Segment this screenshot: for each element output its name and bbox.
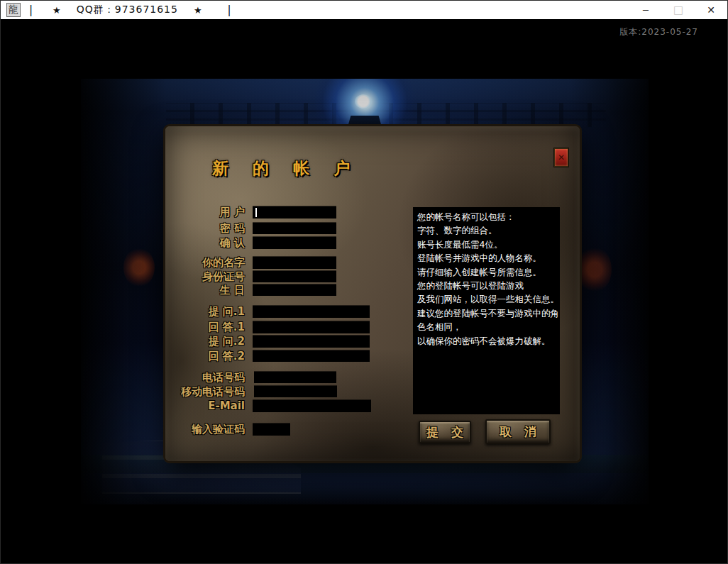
question2-label: 提 问.2 (209, 335, 245, 348)
phone-input[interactable] (254, 372, 336, 383)
answer1-input[interactable] (253, 321, 370, 333)
captcha-label: 输入验证码 (192, 423, 245, 436)
birthday-input[interactable] (253, 284, 336, 296)
question1-input[interactable] (253, 306, 370, 318)
account-label: 用 户 (220, 206, 245, 219)
confirm-password-input[interactable] (253, 237, 336, 249)
titlebar-separator-left: | (29, 4, 33, 16)
window-close-button[interactable]: ✕ (695, 1, 727, 19)
maximize-button[interactable]: □ (662, 1, 695, 19)
answer1-label: 回 答.1 (209, 321, 245, 333)
info-line: 字符、数字的组合。 (417, 223, 556, 237)
info-line: 登陆帐号并游戏中的人物名称。 (417, 251, 556, 265)
account-input[interactable] (253, 206, 336, 219)
info-line: 及我们网站，以取得一些相关信息。 (417, 292, 556, 306)
password-input[interactable] (253, 223, 336, 234)
titlebar-separator-right: | (228, 4, 231, 16)
answer2-input[interactable] (253, 350, 370, 362)
app-window: 龍 | ★ QQ群：973671615 ★ | ─ □ ✕ 版本:2023-05… (0, 0, 728, 564)
dialog-close-button[interactable]: ✕ (554, 148, 568, 167)
info-line: 建议您的登陆帐号不要与游戏中的角 (417, 306, 556, 320)
info-line: 以确保你的密码不会被爆力破解。 (417, 334, 556, 348)
qq-group-label: QQ群：973671615 (77, 4, 178, 16)
email-input[interactable] (253, 400, 371, 412)
info-line: 请仔细输入创建帐号所需信息。 (417, 265, 556, 279)
minimize-button[interactable]: ─ (629, 1, 662, 19)
game-viewport: 新 的 帐 户 ✕ 用 户 密 码 确 认 你的名字 身份证号 生 日 提 问.… (81, 79, 649, 504)
id-number-input[interactable] (253, 271, 336, 282)
mobile-phone-input[interactable] (254, 386, 337, 397)
name-input[interactable] (253, 257, 336, 269)
birthday-label: 生 日 (220, 284, 245, 297)
star-icon-right: ★ (194, 5, 202, 16)
info-line: 色名相同， (417, 320, 556, 333)
submit-button[interactable]: 提 交 (419, 421, 471, 443)
app-icon: 龍 (6, 3, 21, 17)
info-line: 您的登陆帐号可以登陆游戏 (417, 279, 556, 292)
titlebar: 龍 | ★ QQ群：973671615 ★ | ─ □ ✕ (1, 1, 727, 19)
info-line: 您的帐号名称可以包括： (417, 210, 556, 223)
new-account-dialog: 新 的 帐 户 ✕ 用 户 密 码 确 认 你的名字 身份证号 生 日 提 问.… (163, 124, 582, 463)
confirm-label: 确 认 (220, 236, 245, 249)
star-icon-left: ★ (53, 5, 61, 16)
dialog-title: 新 的 帐 户 (212, 157, 359, 179)
name-label: 你的名字 (202, 256, 245, 269)
account-info-panel: 您的帐号名称可以包括： 字符、数字的组合。 账号长度最低需4位。 登陆帐号并游戏… (413, 207, 560, 414)
version-label: 版本:2023-05-27 (619, 26, 698, 38)
info-line: 账号长度最低需4位。 (417, 238, 556, 251)
captcha-input[interactable] (253, 424, 290, 436)
mobile-phone-label: 移动电话号码 (181, 385, 245, 398)
phone-label: 电话号码 (202, 371, 245, 384)
id-number-label: 身份证号 (202, 270, 245, 283)
question1-label: 提 问.1 (209, 305, 245, 318)
email-label: E-Mail (208, 399, 245, 412)
password-label: 密 码 (220, 222, 245, 235)
text-caret (255, 208, 257, 217)
question2-input[interactable] (253, 336, 370, 348)
answer2-label: 回 答.2 (209, 350, 245, 363)
cancel-button[interactable]: 取 消 (485, 419, 551, 444)
